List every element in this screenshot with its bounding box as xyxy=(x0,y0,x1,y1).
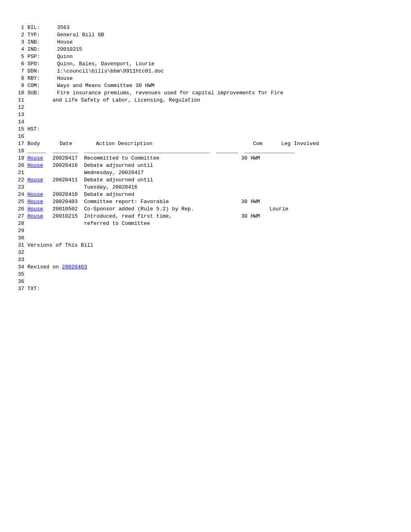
line-24: 24 House 20020410 Debate adjourned xyxy=(16,191,395,198)
line-number: 3 xyxy=(16,39,27,46)
psp-field: PSP: Quinn xyxy=(27,53,395,60)
ind-field: IND: 20010215 xyxy=(27,46,395,53)
table-row: House 20020411 Debate adjourned until xyxy=(27,177,395,184)
line-number: 27 xyxy=(16,213,27,220)
line-number: 12 xyxy=(16,104,27,111)
line-1: 1 BIL: 3563 xyxy=(16,24,395,31)
line-number: 32 xyxy=(16,249,27,256)
line-31: 31 Versions of This Bill xyxy=(16,242,395,249)
sub-field: SUB: Fire insurance premiums, revenues u… xyxy=(27,89,395,97)
line-number: 7 xyxy=(16,68,27,75)
line-6: 6 SPO: Quinn, Bales, Davenport, Lourie xyxy=(16,60,395,68)
line-5: 5 PSP: Quinn xyxy=(16,53,395,60)
table-row-cont: Wednesday, 20020417 xyxy=(27,169,395,177)
line-number: 1 xyxy=(16,24,27,31)
rby-field: RBY: House xyxy=(27,75,395,82)
line-15: 15 HST: xyxy=(16,126,395,133)
table-row: House 20010215 Introduced, read first ti… xyxy=(27,213,395,220)
line-34: 34 Revised on 20020403 xyxy=(16,264,395,271)
table-row: House 20020410 Debate adjourned xyxy=(27,191,395,198)
line-11: 11 and Life Safety of Labor, Licensing, … xyxy=(16,97,395,104)
table-row: House 20020403 Committee report: Favorab… xyxy=(27,198,395,206)
col-header-action: Action Description xyxy=(96,140,253,148)
line-3: 3 INB: House xyxy=(16,39,395,46)
table-row-cont: Tuesday, 20020416 xyxy=(27,184,395,191)
line-7: 7 DDN: 1:\council\bills\bbm\9911htc01.do… xyxy=(16,68,395,75)
table-row-cont: referred to Committee xyxy=(27,220,395,227)
line-number: 36 xyxy=(16,278,27,285)
revised-link[interactable]: 20020403 xyxy=(62,264,87,270)
house-link-26[interactable]: House xyxy=(27,206,43,212)
line-number: 30 xyxy=(16,235,27,242)
bill-detail-page: 1 BIL: 3563 2 TYP: General Bill GB 3 INB… xyxy=(16,24,395,293)
line-20: 20 House 20020416 Debate adjourned until xyxy=(16,162,395,169)
revised-line: Revised on 20020403 xyxy=(27,264,395,271)
line-number: 4 xyxy=(16,46,27,53)
line-22: 22 House 20020411 Debate adjourned until xyxy=(16,177,395,184)
bil-field: BIL: 3563 xyxy=(27,24,395,31)
line-number: 25 xyxy=(16,198,27,206)
line-number: 13 xyxy=(16,111,27,118)
revised-label: Revised on xyxy=(27,264,62,270)
line-number: 6 xyxy=(16,60,27,68)
line-29: 29 xyxy=(16,227,395,235)
col-header-com: Com xyxy=(253,140,281,148)
line-number: 21 xyxy=(16,169,27,177)
hst-label: HST: xyxy=(27,126,395,133)
line-number: 11 xyxy=(16,97,27,104)
house-link-24[interactable]: House xyxy=(27,191,43,197)
house-link-20[interactable]: House xyxy=(27,162,43,168)
line-number: 33 xyxy=(16,256,27,264)
line-21: 21 Wednesday, 20020417 xyxy=(16,169,395,177)
line-number: 8 xyxy=(16,75,27,82)
table-row: House 20020416 Debate adjourned until xyxy=(27,162,395,169)
line-35: 35 xyxy=(16,271,395,278)
house-link-22[interactable]: House xyxy=(27,177,43,183)
line-number: 15 xyxy=(16,126,27,133)
col-header-body: Body xyxy=(27,140,60,148)
line-number: 28 xyxy=(16,220,27,227)
line-number: 20 xyxy=(16,162,27,169)
line-26: 26 House 20010502 Co-Sponsor added (Rule… xyxy=(16,206,395,213)
table-row: House 20010502 Co-Sponsor added (Rule 5.… xyxy=(27,206,395,213)
versions-label: Versions of This Bill xyxy=(27,242,395,249)
line-number: 35 xyxy=(16,271,27,278)
house-link-19[interactable]: House xyxy=(27,155,43,161)
line-number: 2 xyxy=(16,31,27,39)
col-header-date: Date xyxy=(60,140,96,148)
txt-label: TXT: xyxy=(27,285,395,293)
line-4: 4 IND: 20010215 xyxy=(16,46,395,53)
line-number: 22 xyxy=(16,177,27,184)
line-9: 9 COM: Ways and Means Committee 30 HWM xyxy=(16,82,395,89)
line-number: 19 xyxy=(16,155,27,162)
line-number: 31 xyxy=(16,242,27,249)
col-header-leg: Leg Involved xyxy=(281,140,319,148)
line-36: 36 xyxy=(16,278,395,285)
line-33: 33 xyxy=(16,256,395,264)
line-number: 34 xyxy=(16,264,27,271)
line-12: 12 xyxy=(16,104,395,111)
line-10: 10 SUB: Fire insurance premiums, revenue… xyxy=(16,89,395,97)
line-number: 10 xyxy=(16,89,27,97)
line-18: 18 ______ ________ _____________________… xyxy=(16,148,395,155)
table-row: House 20020417 Recommitted to Committee … xyxy=(27,155,395,162)
line-30: 30 xyxy=(16,235,395,242)
ddn-field: DDN: 1:\council\bills\bbm\9911htc01.doc xyxy=(27,68,395,75)
line-23: 23 Tuesday, 20020416 xyxy=(16,184,395,191)
line-number: 29 xyxy=(16,227,27,235)
line-13: 13 xyxy=(16,111,395,118)
com-field: COM: Ways and Means Committee 30 HWM xyxy=(27,82,395,89)
house-link-25[interactable]: House xyxy=(27,199,43,205)
line-27: 27 House 20010215 Introduced, read first… xyxy=(16,213,395,220)
line-number: 37 xyxy=(16,285,27,293)
typ-field: TYP: General Bill GB xyxy=(27,31,395,39)
table-header: Body Date Action Description Com Leg Inv… xyxy=(27,140,395,148)
line-19: 19 House 20020417 Recommitted to Committ… xyxy=(16,155,395,162)
house-link-27[interactable]: House xyxy=(27,213,43,219)
line-17: 17 Body Date Action Description Com Leg … xyxy=(16,140,395,148)
sub-field-cont: and Life Safety of Labor, Licensing, Reg… xyxy=(27,97,395,104)
line-28: 28 referred to Committee xyxy=(16,220,395,227)
line-number: 5 xyxy=(16,53,27,60)
line-8: 8 RBY: House xyxy=(16,75,395,82)
line-37: 37 TXT: xyxy=(16,285,395,293)
